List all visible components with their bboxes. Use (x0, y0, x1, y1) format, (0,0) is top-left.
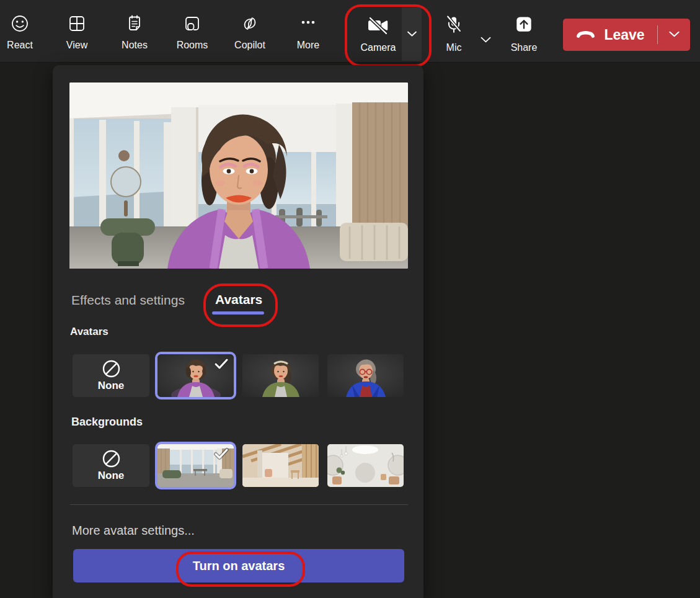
background-option-white-hall[interactable] (327, 444, 404, 487)
rooms-button[interactable]: Rooms (172, 14, 212, 61)
leave-label: Leave (604, 27, 644, 43)
mic-dropdown-button[interactable] (480, 35, 492, 46)
chevron-down-icon (668, 29, 680, 40)
camera-label: Camera (361, 43, 396, 53)
checkmark-icon (213, 447, 229, 463)
camera-dropdown-button[interactable] (402, 7, 422, 61)
background-option-none[interactable]: None (73, 444, 149, 487)
avatar-option-green[interactable] (242, 354, 319, 397)
notes-label: Notes (122, 40, 148, 50)
toolbar-separator (345, 17, 347, 48)
share-arrow-up-icon (513, 14, 535, 38)
none-label: None (98, 380, 125, 392)
more-label: More (297, 40, 319, 50)
camera-split-button: Camera (355, 7, 422, 61)
meeting-toolbar: React View Notes (0, 0, 700, 63)
mic-label: Mic (446, 43, 462, 53)
teams-meeting-window: React View Notes (0, 0, 700, 598)
checkmark-icon (213, 357, 229, 373)
chevron-down-icon (480, 35, 492, 45)
share-button[interactable]: Share (506, 14, 542, 61)
leave-button[interactable]: Leave (563, 19, 657, 51)
avatars-section-title: Avatars (70, 326, 109, 338)
camera-button[interactable]: Camera (355, 7, 402, 61)
react-label: React (7, 40, 33, 50)
share-label: Share (511, 43, 538, 53)
react-smiley-icon (10, 14, 30, 36)
active-tab-underline (212, 311, 264, 315)
notepad-icon (125, 14, 144, 36)
view-label: View (66, 40, 87, 50)
backgrounds-section-title: Backgrounds (71, 416, 143, 429)
avatar-option-none[interactable]: None (73, 354, 149, 397)
camera-off-icon (366, 14, 391, 39)
avatar-option-blue[interactable] (327, 354, 404, 397)
leave-split-button: Leave (563, 19, 690, 51)
avatar-video-preview (69, 83, 408, 269)
background-option-wood-room[interactable] (242, 444, 319, 487)
turn-on-avatars-button[interactable]: Turn on avatars (73, 549, 404, 582)
panel-divider (70, 504, 408, 505)
copilot-label: Copilot (234, 40, 265, 50)
ellipsis-icon (298, 14, 318, 36)
leave-dropdown-button[interactable] (658, 19, 690, 51)
mic-muted-icon (443, 14, 465, 38)
react-button[interactable]: React (1, 14, 38, 61)
turn-on-avatars-label: Turn on avatars (193, 559, 285, 573)
grid-view-icon (67, 14, 87, 36)
background-option-selected[interactable] (155, 442, 236, 489)
tab-avatars[interactable]: Avatars (215, 292, 262, 307)
view-button[interactable]: View (58, 14, 95, 61)
notes-button[interactable]: Notes (116, 14, 153, 61)
avatar-option-selected[interactable] (155, 352, 236, 399)
copilot-icon (240, 14, 260, 36)
none-circle-slash-icon (102, 449, 121, 468)
none-label: None (98, 470, 125, 482)
rooms-label: Rooms (177, 40, 208, 50)
none-circle-slash-icon (102, 359, 121, 378)
hang-up-phone-icon (575, 27, 596, 43)
chevron-down-icon (407, 29, 417, 40)
camera-settings-panel: Effects and settings Avatars Avatars Non… (53, 65, 423, 598)
copilot-button[interactable]: Copilot (230, 14, 270, 61)
breakout-rooms-icon (182, 14, 202, 36)
more-button[interactable]: More (288, 14, 328, 61)
mic-button[interactable]: Mic (436, 14, 471, 61)
more-avatar-settings-link[interactable]: More avatar settings... (72, 524, 195, 538)
tab-effects-and-settings[interactable]: Effects and settings (71, 293, 185, 308)
